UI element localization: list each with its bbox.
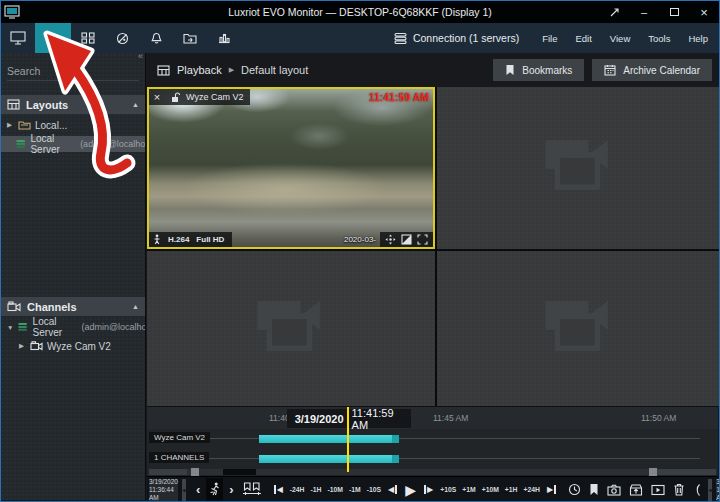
timeline-tracks: Wyze Cam V2 1 CHANNELS bbox=[147, 429, 718, 476]
export-archive-button[interactable] bbox=[627, 478, 645, 502]
maximize-button[interactable] bbox=[659, 1, 689, 23]
menu-file[interactable]: File bbox=[533, 23, 566, 53]
timeline-tick: 11:45 AM bbox=[433, 413, 468, 423]
step-back-10s-button[interactable]: -10S bbox=[366, 486, 382, 493]
events-monitor-button[interactable] bbox=[105, 23, 139, 53]
archive-segment-bar[interactable] bbox=[259, 455, 399, 463]
step-back-24h-button[interactable]: -24H bbox=[289, 486, 306, 493]
archive-folder-button[interactable] bbox=[173, 23, 207, 53]
menu-edit[interactable]: Edit bbox=[566, 23, 600, 53]
scrollbar-handle-left[interactable] bbox=[191, 468, 199, 476]
export-video-button[interactable] bbox=[649, 478, 667, 502]
expander-icon[interactable]: ▼ bbox=[7, 324, 13, 331]
range-splitter-left[interactable]: ◂▸ bbox=[182, 479, 186, 501]
channels-section: Channels ▲ ▼ Local Server (admin@localho… bbox=[1, 297, 145, 354]
expand-icon[interactable] bbox=[417, 234, 428, 245]
menu-help[interactable]: Help bbox=[679, 23, 717, 53]
channels-icon bbox=[7, 301, 21, 312]
video-wall-button[interactable] bbox=[71, 23, 105, 53]
range-splitter-right[interactable]: ◂▸ bbox=[708, 479, 712, 501]
layouts-server-row[interactable]: Local Server (admin@localhost... bbox=[1, 136, 145, 152]
snapshot-camera-icon bbox=[607, 484, 621, 496]
jump-to-start-button[interactable]: ◀ bbox=[272, 478, 285, 502]
step-fwd-10s-button[interactable]: +10S bbox=[439, 486, 457, 493]
menu-tools[interactable]: Tools bbox=[639, 23, 679, 53]
step-fwd-10m-button[interactable]: +10M bbox=[481, 486, 500, 493]
range-start-datetime[interactable]: 3/19/2020 11:36:44 AM bbox=[149, 479, 178, 501]
track-all-channels[interactable]: 1 CHANNELS bbox=[147, 451, 718, 466]
next-event-button[interactable]: › bbox=[227, 478, 235, 502]
expander-icon[interactable]: ▶ bbox=[7, 121, 14, 129]
scrollbar-handle-right[interactable] bbox=[649, 468, 657, 476]
channels-server-row[interactable]: ▼ Local Server (admin@localhost... bbox=[1, 319, 145, 335]
step-frame-back-button[interactable]: ◀ bbox=[386, 478, 399, 502]
bookmarks-button[interactable]: Bookmarks bbox=[493, 59, 584, 81]
fullscreen-button[interactable] bbox=[599, 1, 629, 23]
search-bar[interactable] bbox=[7, 61, 139, 81]
collapse-sidebar-icon[interactable]: « bbox=[138, 51, 143, 61]
add-bookmark-button[interactable] bbox=[587, 478, 601, 502]
breadcrumb-section[interactable]: Playback bbox=[177, 64, 222, 76]
timeline-ruler[interactable]: 11:40 AM 3/19/2020 11:41:59 AM 11:45 AM … bbox=[147, 406, 718, 429]
minimize-button[interactable]: – bbox=[629, 1, 659, 23]
connection-label: Connection (1 servers) bbox=[413, 32, 519, 44]
codec-label: H.264 bbox=[168, 235, 189, 244]
ptz-icon[interactable] bbox=[385, 234, 396, 245]
layouts-collapse-icon[interactable]: ▲ bbox=[132, 101, 139, 108]
step-fwd-1h-button[interactable]: +1H bbox=[504, 486, 519, 493]
range-end-datetime[interactable]: 3/19/2020 11:51:44 AM bbox=[716, 479, 720, 501]
archive-segment-bar[interactable] bbox=[259, 435, 399, 443]
main-area: Playback ▶ Default layout Bookmarks Arch… bbox=[147, 53, 718, 500]
search-input[interactable] bbox=[7, 65, 142, 77]
step-back-1m-button[interactable]: -1M bbox=[348, 486, 362, 493]
channels-collapse-icon[interactable]: ▲ bbox=[132, 303, 139, 310]
channel-row-wyze-cam[interactable]: ▶ Wyze Cam V2 bbox=[1, 338, 145, 354]
app-window: Luxriot EVO Monitor — DESKTOP-6Q68KKF (D… bbox=[0, 0, 720, 502]
video-tile-wyze-cam[interactable]: × Wyze Cam V2 11:41:59 AM H.264 Full HD … bbox=[147, 87, 435, 249]
snapshot-button[interactable] bbox=[605, 478, 623, 502]
empty-video-cell[interactable] bbox=[437, 251, 720, 406]
motion-search-button[interactable] bbox=[206, 478, 223, 502]
unlock-icon[interactable] bbox=[171, 92, 180, 103]
close-button[interactable]: × bbox=[689, 1, 719, 23]
step-fwd-24h-button[interactable]: +24H bbox=[523, 486, 541, 493]
layouts-section-header[interactable]: Layouts ▲ bbox=[1, 95, 145, 114]
bookmark-range-button[interactable] bbox=[240, 478, 264, 502]
sidebar: « Layouts ▲ ▶ Local... Local Server (adm… bbox=[1, 53, 146, 500]
layouts-icon bbox=[7, 99, 20, 110]
playback-mode-button[interactable] bbox=[35, 23, 71, 53]
prev-event-button[interactable]: ‹ bbox=[194, 478, 202, 502]
step-frame-forward-button[interactable]: ▶ bbox=[422, 478, 435, 502]
handset-icon bbox=[693, 483, 702, 497]
resolution-label: Full HD bbox=[196, 235, 224, 244]
jump-to-end-button[interactable]: ▶ bbox=[545, 478, 558, 502]
layouts-folder-row[interactable]: ▶ Local... bbox=[1, 117, 145, 133]
stream-info-overlay: H.264 Full HD bbox=[149, 232, 232, 247]
layouts-server-label: Local Server bbox=[30, 133, 76, 155]
archive-calendar-button[interactable]: Archive Calendar bbox=[592, 59, 712, 81]
expander-icon[interactable]: ▶ bbox=[19, 342, 26, 350]
empty-video-cell[interactable] bbox=[437, 87, 720, 249]
step-fwd-1m-button[interactable]: +1M bbox=[461, 486, 476, 493]
timestamp-search-button[interactable] bbox=[566, 478, 583, 502]
timeline-scrollbar[interactable] bbox=[149, 469, 716, 475]
reports-chart-button[interactable] bbox=[207, 23, 241, 53]
displays-button[interactable] bbox=[1, 23, 35, 53]
menu-view[interactable]: View bbox=[601, 23, 639, 53]
image-adjust-icon[interactable] bbox=[401, 234, 412, 245]
breadcrumb-layout[interactable]: Default layout bbox=[241, 64, 308, 76]
step-back-10m-button[interactable]: -10M bbox=[326, 486, 344, 493]
channels-section-header[interactable]: Channels ▲ bbox=[1, 297, 145, 316]
step-back-1h-button[interactable]: -1H bbox=[310, 486, 323, 493]
tile-close-icon[interactable]: × bbox=[149, 91, 165, 103]
channel-label: Wyze Cam V2 bbox=[47, 341, 111, 352]
cursor-date: 3/19/2020 bbox=[287, 413, 344, 425]
alerts-bell-button[interactable] bbox=[139, 23, 173, 53]
play-button[interactable]: ▶ bbox=[403, 478, 418, 502]
track-wyze-cam[interactable]: Wyze Cam V2 bbox=[147, 431, 718, 446]
connection-status[interactable]: Connection (1 servers) bbox=[393, 32, 519, 45]
delete-archive-button[interactable] bbox=[671, 478, 687, 502]
audio-handset-button[interactable] bbox=[691, 478, 704, 502]
empty-video-cell[interactable] bbox=[147, 251, 435, 406]
playhead-cursor[interactable] bbox=[347, 407, 349, 472]
